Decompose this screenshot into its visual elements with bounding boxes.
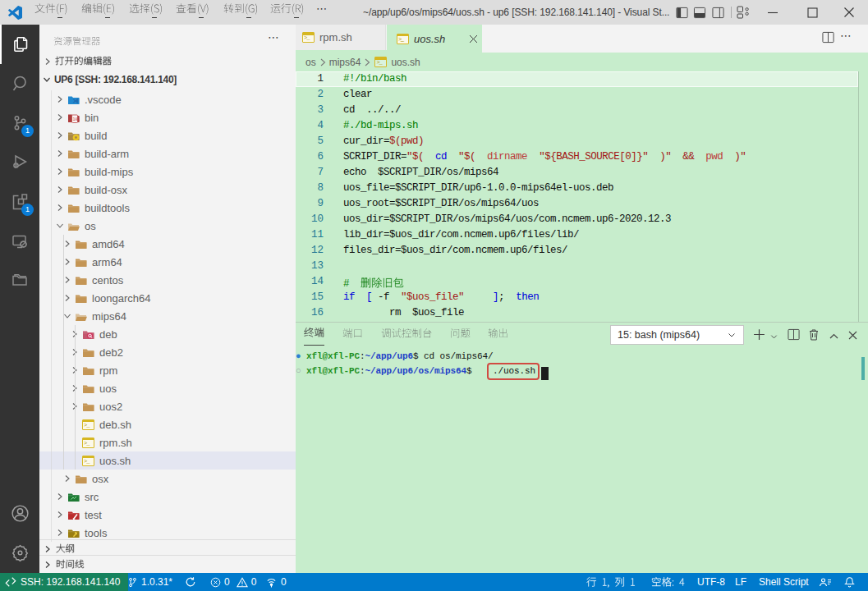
- svg-text:101: 101: [73, 117, 80, 121]
